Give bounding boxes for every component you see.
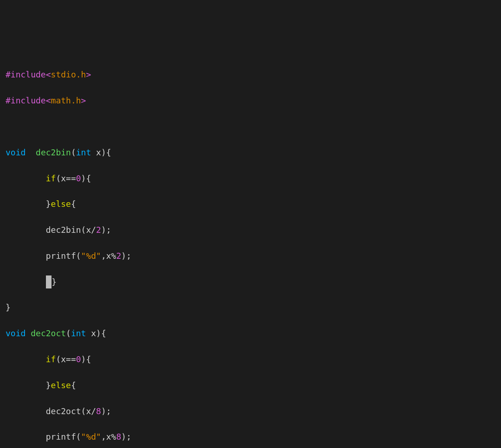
code-line: }else{ bbox=[6, 379, 495, 392]
code-line: #include<math.h> bbox=[6, 94, 495, 107]
else-keyword: else bbox=[51, 199, 71, 209]
cursor bbox=[46, 275, 52, 288]
number-literal: 0 bbox=[76, 173, 81, 183]
else-keyword: else bbox=[51, 380, 71, 390]
code-line bbox=[6, 120, 495, 133]
type-keyword: int bbox=[76, 147, 91, 157]
code-line: if(x==0){ bbox=[6, 353, 495, 366]
preproc-include: #include bbox=[6, 70, 46, 79]
type-keyword: int bbox=[71, 328, 86, 338]
code-line: printf("%d",x%2); bbox=[6, 250, 495, 262]
preproc-include: #include bbox=[6, 96, 46, 105]
string-literal: "%d" bbox=[81, 432, 101, 442]
function-call: printf bbox=[46, 251, 76, 261]
type-keyword: void bbox=[6, 147, 26, 157]
if-keyword: if bbox=[46, 173, 56, 183]
number-literal: 2 bbox=[116, 251, 121, 261]
function-call: dec2bin bbox=[46, 225, 81, 235]
code-line: void dec2bin(int x){ bbox=[6, 146, 495, 159]
code-line: }else{ bbox=[6, 198, 495, 211]
header-name: math.h bbox=[51, 96, 81, 105]
function-name: dec2bin bbox=[36, 147, 71, 157]
code-line: #include<stdio.h> bbox=[6, 68, 495, 81]
code-line: } bbox=[6, 301, 495, 314]
function-name: dec2oct bbox=[31, 328, 66, 338]
string-literal: "%d" bbox=[81, 251, 101, 261]
number-literal: 8 bbox=[96, 406, 101, 416]
number-literal: 8 bbox=[116, 432, 121, 442]
header-name: stdio.h bbox=[51, 70, 86, 79]
function-call: printf bbox=[46, 432, 76, 442]
code-line: if(x==0){ bbox=[6, 172, 495, 185]
code-line: printf("%d",x%8); bbox=[6, 430, 495, 443]
number-literal: 0 bbox=[76, 354, 81, 364]
code-line: } bbox=[6, 275, 495, 288]
number-literal: 2 bbox=[96, 225, 101, 235]
code-line: dec2oct(x/8); bbox=[6, 405, 495, 418]
code-line: dec2bin(x/2); bbox=[6, 224, 495, 237]
function-call: dec2oct bbox=[46, 406, 81, 416]
code-editor[interactable]: #include<stdio.h> #include<math.h> void … bbox=[6, 56, 495, 448]
if-keyword: if bbox=[46, 354, 56, 364]
code-line: void dec2oct(int x){ bbox=[6, 327, 495, 340]
type-keyword: void bbox=[6, 328, 26, 338]
